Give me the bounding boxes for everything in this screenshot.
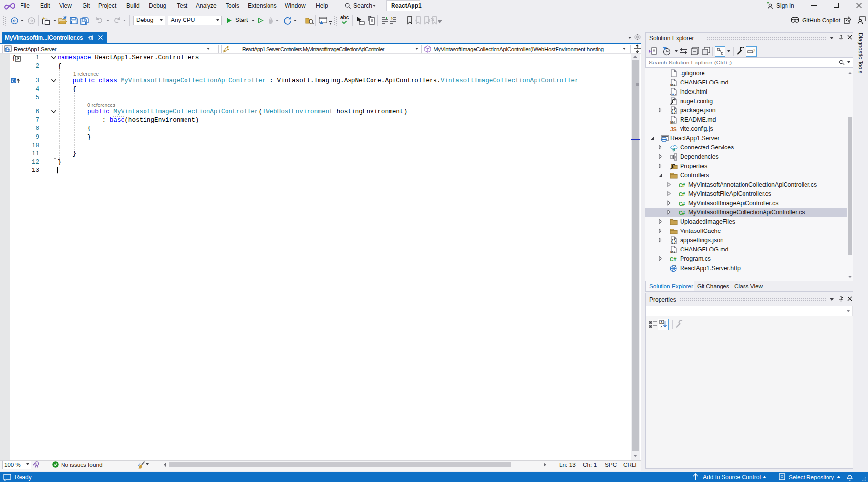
svg-text:A: A: [661, 321, 663, 324]
svg-text:C#: C#: [670, 256, 677, 262]
svg-text:<: <: [670, 92, 673, 96]
svg-text:{}: {}: [671, 109, 676, 114]
svg-text:M: M: [670, 83, 673, 87]
svg-text:T: T: [674, 265, 676, 268]
svg-text:{}: {}: [671, 239, 676, 244]
svg-text:C#: C#: [679, 201, 685, 207]
svg-text:JS: JS: [670, 126, 677, 132]
svg-text:M: M: [670, 250, 673, 254]
svg-text:M: M: [670, 120, 673, 124]
svg-text:C#: C#: [679, 210, 685, 216]
svg-text:>: >: [674, 92, 676, 96]
svg-text:C#: C#: [679, 191, 685, 197]
svg-text:Z: Z: [661, 325, 663, 329]
svg-text:C#: C#: [679, 182, 685, 188]
